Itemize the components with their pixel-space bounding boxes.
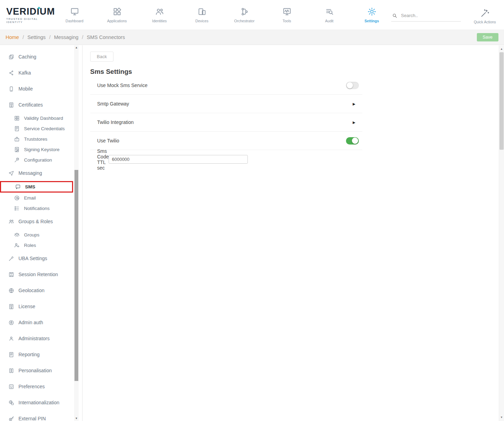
logo-accent-icon bbox=[37, 7, 41, 9]
breadcrumb-bar: Home/Settings/Messaging/SMS Connectors S… bbox=[0, 30, 504, 45]
main-content: Back Sms Settings Use Mock Sms ServiceSm… bbox=[82, 45, 504, 421]
sidebar-item-certificates[interactable]: Certificates bbox=[0, 97, 82, 113]
configuration-icon bbox=[14, 157, 20, 163]
roles-icon bbox=[14, 242, 20, 248]
notifications-icon bbox=[14, 205, 20, 211]
scroll-down-icon[interactable]: ▼ bbox=[74, 416, 79, 421]
preferences-icon bbox=[8, 384, 14, 390]
sidebar-item-kafka[interactable]: Kafka bbox=[0, 65, 82, 81]
nav-orchestrator[interactable]: Orchestrator bbox=[232, 7, 257, 23]
nav-label: Tools bbox=[274, 19, 299, 23]
page-scrollbar-thumb[interactable] bbox=[499, 52, 504, 150]
search bbox=[391, 11, 461, 22]
sidebar-item-signing-keystore[interactable]: Signing Keystore bbox=[0, 144, 82, 155]
sidebar-item-license[interactable]: License bbox=[0, 298, 82, 314]
nav-dashboard[interactable]: Dashboard bbox=[62, 7, 87, 23]
sidebar-item-groups-roles[interactable]: Groups & Roles bbox=[0, 213, 82, 229]
logo-title: VERIDIUM bbox=[6, 6, 55, 17]
sidebar-item-label: SMS bbox=[25, 184, 35, 189]
page-scrollbar[interactable]: ▲ ▼ bbox=[499, 45, 504, 421]
sidebar-item-session-retention[interactable]: Session Retention bbox=[0, 266, 82, 282]
sidebar-item-label: Notifications bbox=[24, 206, 50, 211]
sidebar-item-label: Administrators bbox=[18, 336, 49, 341]
sidebar-item-service-credentials[interactable]: Service Credentials bbox=[0, 123, 82, 134]
page-scroll-down-icon[interactable]: ▼ bbox=[499, 415, 504, 420]
sidebar-item-messaging[interactable]: Messaging bbox=[0, 165, 82, 181]
quick-actions-icon bbox=[480, 9, 489, 18]
logo[interactable]: VERIDIUM TRUSTED DIGITAL IDENTITY bbox=[6, 6, 55, 24]
header-right: Quick Actions david bbox=[391, 6, 504, 24]
setting-row-smtp-gateway[interactable]: Smtp Gateway▶ bbox=[90, 95, 362, 113]
breadcrumb-settings[interactable]: Settings bbox=[27, 34, 46, 40]
sidebar-item-reporting[interactable]: Reporting bbox=[0, 346, 82, 362]
quick-actions-button[interactable]: Quick Actions bbox=[471, 9, 498, 24]
identities-icon bbox=[155, 7, 164, 16]
sidebar-item-label: UBA Settings bbox=[18, 256, 47, 261]
nav-identities[interactable]: Identities bbox=[147, 7, 172, 23]
top-header: VERIDIUM TRUSTED DIGITAL IDENTITY Dashbo… bbox=[0, 0, 504, 30]
sidebar-item-geolocation[interactable]: Geolocation bbox=[0, 282, 82, 298]
sidebar-item-label: Internationalization bbox=[18, 400, 60, 405]
administrators-icon bbox=[8, 336, 14, 342]
sidebar-item-roles[interactable]: Roles bbox=[0, 240, 82, 250]
sidebar-item-label: Preferences bbox=[18, 384, 45, 389]
sidebar-item-uba-settings[interactable]: UBA Settings bbox=[0, 250, 82, 266]
sidebar-item-admin-auth[interactable]: Admin auth bbox=[0, 314, 82, 330]
sidebar-scrollbar[interactable]: ▲ ▼ bbox=[74, 45, 79, 421]
sidebar-item-label: Roles bbox=[24, 243, 36, 248]
sidebar-item-external-pin[interactable]: External PIN bbox=[0, 411, 82, 421]
sidebar-item-label: License bbox=[18, 304, 35, 309]
sidebar-item-email[interactable]: Email bbox=[0, 193, 82, 203]
signing-keystore-icon bbox=[14, 147, 20, 153]
search-icon bbox=[392, 13, 397, 18]
nav-audit[interactable]: Audit bbox=[317, 7, 342, 23]
scroll-up-icon[interactable]: ▲ bbox=[74, 45, 79, 50]
sidebar-item-notifications[interactable]: Notifications bbox=[0, 203, 82, 213]
sidebar-item-mobile[interactable]: Mobile bbox=[0, 81, 82, 97]
nav-tools[interactable]: Tools bbox=[274, 7, 299, 23]
sidebar-item-internationalization[interactable]: Internationalization bbox=[0, 395, 82, 411]
sidebar-item-caching[interactable]: Caching bbox=[0, 49, 82, 65]
sms-code-ttl-sec-input[interactable] bbox=[109, 155, 248, 164]
breadcrumb-messaging[interactable]: Messaging bbox=[54, 34, 78, 40]
sidebar-item-groups[interactable]: Groups bbox=[0, 229, 82, 240]
sidebar: CachingKafkaMobileCertificatesValidity D… bbox=[0, 45, 82, 421]
nav-label: Settings bbox=[359, 19, 384, 23]
breadcrumb-home[interactable]: Home bbox=[6, 34, 19, 40]
sidebar-item-administrators[interactable]: Administrators bbox=[0, 330, 82, 346]
sidebar-item-validity-dashboard[interactable]: Validity Dashboard bbox=[0, 113, 82, 123]
sidebar-item-configuration[interactable]: Configuration bbox=[0, 155, 82, 165]
sidebar-item-truststores[interactable]: Truststores bbox=[0, 134, 82, 144]
nav-applications[interactable]: Applications bbox=[104, 7, 129, 23]
license-icon bbox=[8, 304, 14, 310]
breadcrumb-separator: / bbox=[23, 34, 24, 40]
kafka-icon bbox=[8, 70, 14, 76]
search-input[interactable] bbox=[401, 13, 457, 18]
sidebar-scrollbar-thumb[interactable] bbox=[74, 170, 78, 381]
admin-auth-icon bbox=[8, 320, 14, 326]
save-button[interactable]: Save bbox=[477, 33, 499, 41]
sidebar-item-preferences[interactable]: Preferences bbox=[0, 379, 82, 395]
page-scroll-up-icon[interactable]: ▲ bbox=[499, 46, 504, 52]
messaging-icon bbox=[8, 170, 14, 176]
truststores-icon bbox=[14, 136, 20, 142]
sidebar-item-personalisation[interactable]: Personalisation bbox=[0, 362, 82, 379]
sidebar-item-sms[interactable]: SMS bbox=[0, 181, 73, 193]
nav-settings[interactable]: Settings bbox=[359, 7, 384, 23]
expand-icon[interactable]: ▶ bbox=[349, 101, 359, 107]
breadcrumb-separator: / bbox=[49, 34, 50, 40]
orchestrator-icon bbox=[240, 7, 249, 16]
nav-devices[interactable]: Devices bbox=[189, 7, 214, 23]
back-button[interactable]: Back bbox=[90, 52, 113, 62]
setting-row-use-twilio: Use Twilio bbox=[90, 132, 362, 150]
use-twilio-toggle[interactable] bbox=[346, 137, 359, 145]
nav-label: Applications bbox=[104, 19, 129, 23]
setting-row-twilio-integration[interactable]: Twilio Integration▶ bbox=[90, 113, 362, 132]
expand-icon[interactable]: ▶ bbox=[349, 119, 359, 126]
use-mock-sms-service-toggle[interactable] bbox=[346, 82, 359, 89]
sidebar-item-label: Personalisation bbox=[18, 368, 52, 373]
setting-row-use-mock-sms-service: Use Mock Sms Service bbox=[90, 76, 362, 95]
caching-icon bbox=[8, 54, 14, 60]
setting-label: Smtp Gateway bbox=[97, 101, 129, 107]
page-title: Sms Settings bbox=[90, 68, 504, 76]
